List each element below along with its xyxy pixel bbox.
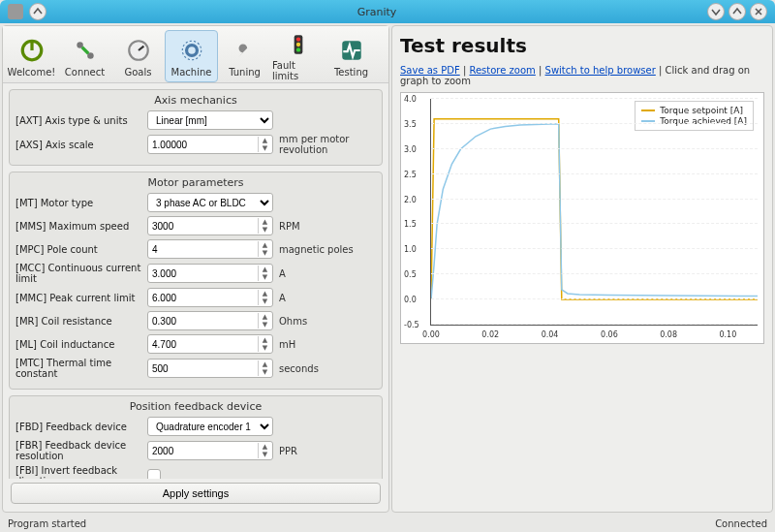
y-tick-label: 1.0: [404, 245, 417, 254]
x-tick-label: 0.02: [481, 330, 499, 339]
label-mtc: [MTC] Thermal time constant: [16, 358, 141, 379]
right-panel: Test results Save as PDF | Restore zoom …: [391, 25, 773, 513]
group-motor-title: Motor parameters: [16, 176, 376, 189]
unit-mr: Ohms: [279, 316, 376, 327]
link-switch-help[interactable]: Switch to help browser: [545, 65, 656, 76]
spin-mpc[interactable]: ▲▼: [147, 239, 273, 259]
group-motor: Motor parameters [MT] Motor type 3 phase…: [9, 172, 383, 390]
y-tick-label: 0.5: [404, 270, 417, 279]
label-ml: [ML] Coil inductance: [16, 339, 141, 350]
y-tick-label: 2.0: [404, 195, 417, 203]
results-links: Save as PDF | Restore zoom | Switch to h…: [400, 65, 764, 86]
group-feedback: Position feedback device [FBD] Feedback …: [9, 395, 383, 479]
gauge-icon: [124, 36, 153, 65]
spin-ml[interactable]: ▲▼: [147, 334, 273, 354]
tab-testing[interactable]: Testing: [325, 30, 378, 82]
label-axs: [AXS] Axis scale: [16, 140, 141, 150]
select-mt[interactable]: 3 phase AC or BLDC: [147, 193, 273, 212]
spin-mms[interactable]: ▲▼: [147, 216, 273, 235]
tab-connect[interactable]: Connect: [58, 30, 111, 82]
label-mpc: [MPC] Pole count: [16, 244, 141, 255]
results-title: Test results: [400, 34, 764, 57]
connect-icon: [71, 36, 100, 65]
label-axt: [AXT] Axis type & units: [16, 115, 141, 126]
series-line: [431, 119, 758, 299]
unit-mtc: seconds: [279, 363, 376, 374]
chart-area[interactable]: Torque setpoint [A] Torque achieved [A] …: [400, 92, 764, 344]
x-tick-label: 0.10: [719, 330, 736, 339]
spin-mcc[interactable]: ▲▼: [147, 264, 273, 283]
status-right: Connected: [715, 518, 767, 529]
spin-mtc[interactable]: ▲▼: [147, 359, 273, 378]
spin-axs[interactable]: ▲▼: [147, 135, 273, 154]
checkbox-fbi[interactable]: [147, 469, 161, 479]
pulse-icon: [337, 36, 366, 65]
tab-toolbar: Welcome!ConnectGoalsMachineTuningFault l…: [3, 26, 388, 83]
close-button[interactable]: [750, 3, 767, 20]
unit-mpc: magnetic poles: [279, 244, 376, 255]
unit-axs: mm per motor revolution: [279, 134, 376, 155]
unit-mmc: A: [279, 293, 376, 303]
label-fbr: [FBR] Feedback device resolution: [16, 440, 141, 461]
wrench-icon: [231, 36, 260, 65]
label-fbd: [FBD] Feedback device: [16, 422, 141, 432]
link-restore-zoom[interactable]: Restore zoom: [469, 65, 535, 76]
spin-fbr[interactable]: ▲▼: [147, 441, 273, 460]
pin-up-button[interactable]: [29, 3, 46, 20]
spin-mr[interactable]: ▲▼: [147, 311, 273, 330]
tab-machine[interactable]: Machine: [165, 30, 218, 82]
statusbar: Program started Connected: [0, 515, 775, 532]
window-title: Granity: [46, 6, 707, 18]
y-tick-label: 2.5: [404, 170, 417, 178]
svg-point-10: [295, 43, 299, 47]
x-tick-label: 0.00: [422, 330, 440, 339]
svg-point-11: [295, 47, 299, 51]
svg-point-9: [295, 37, 299, 41]
gear-icon: [177, 36, 206, 65]
status-left: Program started: [8, 518, 86, 529]
group-axis-title: Axis mechanics: [16, 94, 376, 107]
unit-ml: mH: [279, 339, 376, 350]
label-mcc: [MCC] Continuous current limit: [16, 263, 141, 284]
unit-mcc: A: [279, 268, 376, 279]
form-scroll[interactable]: Axis mechanics [AXT] Axis type & units L…: [3, 83, 388, 479]
x-tick-label: 0.04: [542, 330, 559, 339]
app-icon: [8, 4, 23, 19]
select-axt[interactable]: Linear [mm]: [147, 110, 273, 130]
label-mt: [MT] Motor type: [16, 198, 141, 208]
y-tick-label: 1.5: [404, 220, 417, 229]
tab-fault-limits[interactable]: Fault limits: [271, 30, 325, 82]
chart-plot-area[interactable]: -0.50.00.51.01.52.02.53.03.54.00.000.020…: [430, 99, 758, 326]
unit-fbr: PPR: [279, 446, 376, 456]
x-tick-label: 0.06: [601, 330, 618, 339]
y-tick-label: -0.5: [404, 321, 419, 329]
select-fbd[interactable]: Quadrature encoder 1: [147, 417, 273, 436]
apply-settings-button[interactable]: Apply settings: [11, 483, 381, 504]
group-feedback-title: Position feedback device: [16, 400, 376, 413]
x-tick-label: 0.08: [660, 330, 677, 339]
power-icon: [17, 36, 46, 65]
y-tick-label: 4.0: [404, 95, 417, 104]
tab-goals[interactable]: Goals: [111, 30, 165, 82]
label-mr: [MR] Coil resistance: [16, 316, 141, 327]
group-axis: Axis mechanics [AXT] Axis type & units L…: [9, 89, 383, 166]
label-mms: [MMS] Maximum speed: [16, 221, 141, 232]
traffic-icon: [284, 31, 313, 58]
left-panel: Welcome!ConnectGoalsMachineTuningFault l…: [2, 25, 389, 513]
y-tick-label: 0.0: [404, 296, 417, 304]
minimize-button[interactable]: [707, 3, 725, 20]
titlebar: Granity: [0, 0, 775, 23]
label-mmc: [MMC] Peak current limit: [16, 293, 141, 303]
tab-welcome-[interactable]: Welcome!: [5, 30, 58, 82]
tab-tuning[interactable]: Tuning: [218, 30, 271, 82]
label-fbi: [FBI] Invert feedback direction: [16, 465, 141, 479]
svg-point-6: [186, 45, 197, 55]
y-tick-label: 3.5: [404, 119, 417, 128]
link-save-pdf[interactable]: Save as PDF: [400, 65, 460, 76]
unit-mms: RPM: [279, 221, 376, 232]
y-tick-label: 3.0: [404, 144, 417, 153]
maximize-button[interactable]: [728, 3, 746, 20]
spin-mmc[interactable]: ▲▼: [147, 288, 273, 307]
